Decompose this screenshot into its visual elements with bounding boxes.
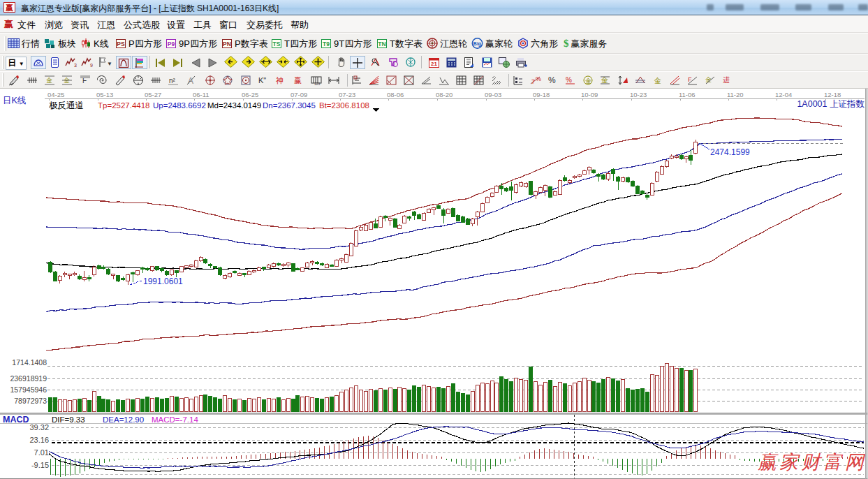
svg-text:TS: TS (273, 40, 281, 47)
svg-text:赢家财富网: 赢家财富网 (758, 452, 866, 473)
svg-text:12-18: 12-18 (824, 91, 841, 98)
svg-text:Dn=2367.3045: Dn=2367.3045 (263, 101, 316, 110)
svg-text:06-25: 06-25 (242, 91, 258, 98)
svg-text:K": K" (258, 76, 266, 84)
svg-text:T9: T9 (323, 40, 330, 47)
svg-text:PS: PS (117, 40, 125, 47)
svg-text:23.16: 23.16 (29, 436, 49, 444)
svg-text:7: 7 (531, 78, 535, 85)
svg-text:236918919: 236918919 (10, 374, 47, 383)
svg-text:F: F (688, 76, 692, 83)
svg-text:11-06: 11-06 (679, 91, 696, 98)
svg-text:%: % (566, 76, 572, 84)
svg-text:11-20: 11-20 (727, 91, 744, 98)
svg-text:%: % (536, 75, 541, 82)
svg-text:Tp=2527.4418: Tp=2527.4418 (98, 101, 150, 110)
svg-text:P9: P9 (168, 40, 175, 47)
svg-text:09-03: 09-03 (485, 91, 501, 98)
svg-text:1714.1408: 1714.1408 (12, 358, 47, 367)
svg-text:进: 进 (723, 76, 730, 84)
svg-text:Md=2434.0149: Md=2434.0149 (207, 101, 261, 110)
svg-text:-9.15: -9.15 (31, 461, 49, 469)
svg-text:TN: TN (378, 40, 385, 47)
svg-text:07-23: 07-23 (339, 91, 355, 98)
svg-text:2474.1599: 2474.1599 (710, 147, 750, 157)
svg-text:05-27: 05-27 (145, 91, 161, 98)
svg-text:MACD=-7.14: MACD=-7.14 (152, 415, 198, 424)
svg-text:12-04: 12-04 (775, 91, 792, 98)
svg-text:09-18: 09-18 (533, 91, 550, 98)
svg-text:Big: Big (473, 41, 481, 47)
svg-text:赢: 赢 (294, 76, 302, 84)
svg-text:04-25: 04-25 (47, 91, 64, 98)
svg-text:DEA=12.90: DEA=12.90 (103, 415, 144, 424)
svg-text:Bt=2306.8108: Bt=2306.8108 (319, 101, 369, 110)
svg-text:05-13: 05-13 (96, 91, 113, 98)
svg-text:1991.0601: 1991.0601 (143, 277, 183, 286)
svg-text:金: 金 (46, 77, 52, 84)
svg-text:7.01: 7.01 (34, 448, 49, 457)
svg-text:n²: n² (169, 77, 176, 84)
svg-text:07-09: 07-09 (290, 91, 307, 98)
svg-text:21: 21 (431, 61, 437, 67)
svg-text:06-11: 06-11 (193, 91, 209, 98)
svg-text:%: % (548, 75, 556, 85)
svg-text:极反通道: 极反通道 (49, 101, 84, 110)
svg-text:DIF=9.33: DIF=9.33 (52, 415, 85, 424)
svg-text:金: 金 (654, 77, 661, 84)
svg-text:日K线: 日K线 (3, 96, 26, 105)
svg-text:123: 123 (314, 82, 321, 86)
svg-text:08-20: 08-20 (436, 91, 453, 98)
svg-text:Up=2483.6692: Up=2483.6692 (153, 101, 206, 110)
svg-text:神: 神 (276, 76, 284, 84)
svg-text:金: 金 (601, 76, 608, 84)
svg-text:1A0001 上证指数: 1A0001 上证指数 (797, 99, 865, 109)
svg-text:08-06: 08-06 (387, 91, 404, 98)
svg-text:78972973: 78972973 (14, 397, 47, 405)
svg-text:39.32: 39.32 (29, 423, 49, 432)
svg-text:9: 9 (90, 63, 93, 68)
svg-text:3: 3 (74, 63, 77, 68)
svg-text:10-09: 10-09 (581, 91, 598, 98)
svg-text:157945946: 157945946 (10, 385, 47, 394)
svg-text:10-23: 10-23 (630, 91, 647, 98)
svg-text:PN: PN (223, 40, 231, 47)
svg-text:金: 金 (585, 78, 591, 84)
